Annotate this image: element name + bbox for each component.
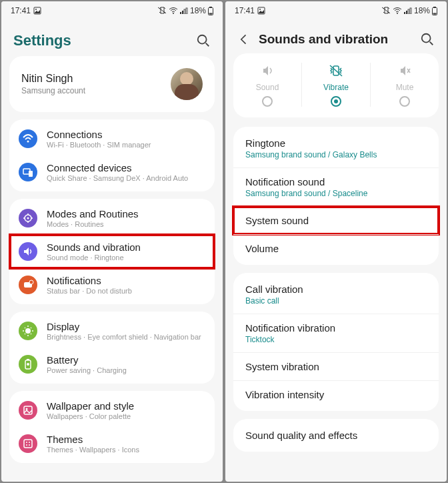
profile-sub: Samsung account bbox=[21, 86, 85, 95]
themes-icon bbox=[19, 434, 37, 453]
setting-row-display[interactable]: DisplayBrightness · Eye comfort shield ·… bbox=[9, 314, 215, 348]
list-title: Vibration intensity bbox=[245, 389, 427, 400]
sound-icon bbox=[259, 63, 275, 79]
svg-rect-5 bbox=[182, 11, 183, 14]
notif-icon bbox=[19, 276, 37, 294]
list-row[interactable]: Notification vibrationTicktock bbox=[233, 314, 439, 352]
setting-sub: Wallpapers · Color palette bbox=[47, 412, 134, 420]
list-sub: Samsung brand sound / Spaceline bbox=[245, 189, 427, 198]
settings-group: DisplayBrightness · Eye comfort shield ·… bbox=[9, 312, 215, 384]
sounds-content: Sound Vibrate Mute RingtoneSamsung brand… bbox=[225, 53, 447, 482]
vibrate-icon bbox=[328, 63, 344, 79]
svg-point-1 bbox=[35, 9, 37, 10]
modes-icon bbox=[19, 209, 37, 227]
setting-row-notif[interactable]: NotificationsStatus bar · Do not disturb bbox=[9, 268, 215, 302]
search-icon[interactable] bbox=[420, 32, 435, 47]
radio bbox=[331, 96, 341, 107]
list-title: System sound bbox=[245, 215, 427, 226]
list-sub: Basic call bbox=[245, 296, 427, 306]
setting-sub: Power saving · Charging bbox=[47, 366, 127, 374]
list-row[interactable]: Sound quality and effects bbox=[233, 422, 439, 449]
list-row[interactable]: RingtoneSamsung brand sound / Galaxy Bel… bbox=[233, 129, 439, 167]
svg-point-27 bbox=[26, 442, 27, 443]
setting-sub: Sound mode · Ringtone bbox=[47, 254, 141, 262]
settings-group: Wallpaper and styleWallpapers · Color pa… bbox=[9, 391, 215, 463]
list-title: Ringtone bbox=[245, 137, 427, 149]
sound-icon bbox=[19, 242, 37, 261]
setting-sub: Quick Share · Samsung DeX · Android Auto bbox=[47, 174, 188, 182]
profile-row[interactable]: Nitin Singh Samsung account bbox=[9, 59, 215, 109]
svg-point-20 bbox=[25, 328, 31, 334]
svg-point-3 bbox=[173, 13, 174, 14]
wifi-icon bbox=[169, 7, 178, 14]
list-sub: Samsung brand sound / Galaxy Bells bbox=[245, 150, 427, 159]
list-title: System vibration bbox=[245, 361, 427, 372]
svg-rect-22 bbox=[27, 359, 29, 360]
setting-row-wallpaper[interactable]: Wallpaper and styleWallpapers · Color pa… bbox=[9, 394, 215, 427]
svg-point-19 bbox=[29, 280, 33, 284]
header-sounds: Sounds and vibration bbox=[225, 20, 447, 53]
setting-sub: Themes · Wallpapers · Icons bbox=[47, 446, 139, 454]
sound-mode-selector: Sound Vibrate Mute bbox=[233, 53, 439, 117]
setting-row-themes[interactable]: ThemesThemes · Wallpapers · Icons bbox=[9, 427, 215, 460]
setting-sub: Brightness · Eye comfort shield · Naviga… bbox=[47, 333, 201, 341]
list-sub: Ticktock bbox=[245, 335, 427, 344]
setting-title: Connected devices bbox=[47, 162, 188, 173]
list-row[interactable]: Notification soundSamsung brand sound / … bbox=[233, 167, 439, 206]
setting-row-modes[interactable]: Modes and RoutinesModes · Routines bbox=[9, 201, 215, 235]
settings-group: Modes and RoutinesModes · Routines Sound… bbox=[9, 199, 215, 304]
status-time: 17:41 bbox=[235, 6, 255, 15]
settings-group: ConnectionsWi-Fi · Bluetooth · SIM manag… bbox=[9, 119, 215, 191]
svg-point-42 bbox=[422, 34, 431, 43]
status-bar: 17:41 18% bbox=[225, 1, 447, 20]
list-title: Notification vibration bbox=[245, 322, 427, 334]
search-icon[interactable] bbox=[196, 33, 211, 48]
mode-label: Sound bbox=[256, 83, 279, 92]
devices-icon bbox=[19, 163, 37, 181]
list-row[interactable]: Call vibrationBasic call bbox=[233, 276, 439, 314]
setting-row-devices[interactable]: Connected devicesQuick Share · Samsung D… bbox=[9, 155, 215, 189]
setting-sub: Modes · Routines bbox=[47, 220, 139, 228]
svg-rect-24 bbox=[24, 406, 32, 414]
svg-line-12 bbox=[206, 43, 209, 47]
svg-point-11 bbox=[198, 35, 207, 44]
list-title: Sound quality and effects bbox=[245, 430, 427, 441]
status-time: 17:41 bbox=[11, 6, 31, 15]
setting-row-wifi[interactable]: ConnectionsWi-Fi · Bluetooth · SIM manag… bbox=[9, 122, 215, 155]
svg-point-23 bbox=[27, 363, 29, 366]
setting-title: Notifications bbox=[47, 275, 132, 286]
svg-point-13 bbox=[27, 141, 29, 143]
avatar[interactable] bbox=[171, 68, 203, 100]
battery-icon bbox=[432, 7, 437, 15]
list-row[interactable]: Volume bbox=[233, 234, 439, 262]
mode-sound[interactable]: Sound bbox=[233, 63, 302, 107]
mode-label: Mute bbox=[396, 83, 414, 92]
svg-line-45 bbox=[330, 65, 342, 76]
setting-title: Display bbox=[47, 321, 201, 332]
svg-point-17 bbox=[27, 217, 29, 219]
vibrate-icon bbox=[157, 7, 167, 15]
setting-title: Modes and Routines bbox=[47, 208, 139, 219]
back-icon[interactable] bbox=[237, 33, 251, 46]
signal-icon bbox=[180, 7, 188, 14]
page-title: Sounds and vibration bbox=[259, 32, 388, 47]
mode-mute[interactable]: Mute bbox=[371, 63, 439, 107]
mode-vibrate[interactable]: Vibrate bbox=[302, 63, 371, 107]
svg-point-34 bbox=[397, 13, 398, 14]
setting-title: Sounds and vibration bbox=[47, 242, 141, 253]
svg-rect-26 bbox=[24, 440, 32, 448]
list-row[interactable]: Vibration intensity bbox=[233, 380, 439, 408]
svg-rect-7 bbox=[186, 8, 187, 14]
svg-rect-10 bbox=[209, 13, 213, 14]
setting-row-sound[interactable]: Sounds and vibrationSound mode · Rington… bbox=[9, 235, 215, 268]
svg-rect-41 bbox=[433, 13, 437, 14]
svg-point-32 bbox=[259, 9, 261, 10]
svg-point-29 bbox=[26, 444, 27, 446]
list-row[interactable]: System sound bbox=[233, 206, 439, 234]
picture-icon bbox=[257, 7, 265, 15]
setting-sub: Wi-Fi · Bluetooth · SIM manager bbox=[47, 141, 151, 149]
setting-title: Connections bbox=[47, 129, 151, 140]
setting-row-battery[interactable]: BatteryPower saving · Charging bbox=[9, 348, 215, 381]
header-settings: Settings bbox=[1, 20, 223, 56]
list-row[interactable]: System vibration bbox=[233, 352, 439, 380]
